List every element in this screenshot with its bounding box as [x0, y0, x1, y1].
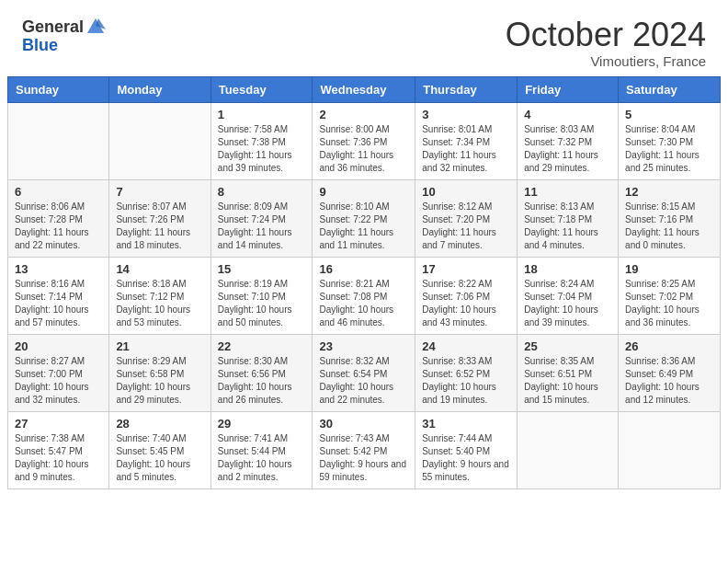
day-info: Sunrise: 8:01 AMSunset: 7:34 PMDaylight:…	[422, 124, 496, 173]
calendar-week-row: 27 Sunrise: 7:38 AMSunset: 5:47 PMDaylig…	[8, 411, 721, 488]
day-number: 28	[116, 417, 203, 431]
calendar-day-cell: 19 Sunrise: 8:25 AMSunset: 7:02 PMDaylig…	[619, 257, 721, 334]
calendar-day-cell	[518, 411, 619, 488]
calendar-week-row: 1 Sunrise: 7:58 AMSunset: 7:38 PMDayligh…	[8, 102, 721, 179]
day-number: 19	[625, 262, 713, 276]
day-info: Sunrise: 8:04 AMSunset: 7:30 PMDaylight:…	[625, 124, 700, 173]
day-number: 20	[15, 339, 102, 353]
day-number: 5	[625, 108, 713, 121]
calendar-day-cell: 22 Sunrise: 8:30 AMSunset: 6:56 PMDaylig…	[210, 334, 313, 411]
day-number: 3	[422, 108, 510, 121]
logo-icon	[85, 17, 106, 37]
day-info: Sunrise: 8:13 AMSunset: 7:18 PMDaylight:…	[524, 201, 598, 250]
day-info: Sunrise: 7:38 AMSunset: 5:47 PMDaylight:…	[15, 433, 89, 482]
day-number: 23	[319, 339, 408, 353]
logo: General Blue	[22, 17, 106, 53]
calendar-day-cell: 31 Sunrise: 7:44 AMSunset: 5:40 PMDaylig…	[415, 411, 518, 488]
day-info: Sunrise: 8:15 AMSunset: 7:16 PMDaylight:…	[625, 201, 700, 250]
day-number: 4	[524, 108, 611, 121]
day-info: Sunrise: 7:41 AMSunset: 5:44 PMDaylight:…	[218, 433, 292, 482]
location-subtitle: Vimoutiers, France	[506, 53, 706, 69]
day-number: 29	[218, 417, 306, 431]
day-info: Sunrise: 8:36 AMSunset: 6:49 PMDaylight:…	[625, 356, 700, 405]
day-number: 26	[625, 339, 713, 353]
calendar-day-cell: 3 Sunrise: 8:01 AMSunset: 7:34 PMDayligh…	[415, 102, 518, 179]
calendar-day-cell: 26 Sunrise: 8:36 AMSunset: 6:49 PMDaylig…	[619, 334, 721, 411]
calendar-day-cell: 10 Sunrise: 8:12 AMSunset: 7:20 PMDaylig…	[415, 179, 518, 257]
calendar-day-cell: 6 Sunrise: 8:06 AMSunset: 7:28 PMDayligh…	[8, 179, 109, 257]
day-info: Sunrise: 8:22 AMSunset: 7:06 PMDaylight:…	[422, 279, 496, 327]
day-number: 14	[116, 262, 203, 276]
day-info: Sunrise: 8:07 AMSunset: 7:26 PMDaylight:…	[116, 201, 190, 250]
day-info: Sunrise: 8:10 AMSunset: 7:22 PMDaylight:…	[319, 201, 393, 250]
day-info: Sunrise: 8:19 AMSunset: 7:10 PMDaylight:…	[218, 279, 292, 327]
calendar-day-cell: 2 Sunrise: 8:00 AMSunset: 7:36 PMDayligh…	[313, 102, 415, 179]
calendar-day-cell: 16 Sunrise: 8:21 AMSunset: 7:08 PMDaylig…	[313, 257, 415, 334]
day-number: 13	[15, 262, 102, 276]
calendar-table: Sunday Monday Tuesday Wednesday Thursday…	[7, 76, 721, 489]
calendar-week-row: 6 Sunrise: 8:06 AMSunset: 7:28 PMDayligh…	[8, 179, 721, 257]
day-number: 1	[218, 108, 306, 121]
col-saturday: Saturday	[619, 76, 721, 102]
col-thursday: Thursday	[415, 76, 518, 102]
day-number: 21	[116, 339, 203, 353]
day-number: 17	[422, 262, 510, 276]
calendar-day-cell	[109, 102, 210, 179]
day-info: Sunrise: 8:18 AMSunset: 7:12 PMDaylight:…	[116, 279, 190, 327]
day-number: 31	[422, 417, 510, 431]
calendar-wrapper: Sunday Monday Tuesday Wednesday Thursday…	[0, 76, 728, 497]
day-number: 27	[15, 417, 102, 431]
calendar-body: 1 Sunrise: 7:58 AMSunset: 7:38 PMDayligh…	[8, 102, 721, 488]
day-number: 2	[319, 108, 408, 121]
day-info: Sunrise: 8:16 AMSunset: 7:14 PMDaylight:…	[15, 279, 89, 327]
col-sunday: Sunday	[8, 76, 109, 102]
day-info: Sunrise: 8:33 AMSunset: 6:52 PMDaylight:…	[422, 356, 496, 405]
calendar-day-cell	[619, 411, 721, 488]
day-info: Sunrise: 8:27 AMSunset: 7:00 PMDaylight:…	[15, 356, 89, 405]
logo-blue-text: Blue	[22, 37, 58, 53]
calendar-day-cell: 1 Sunrise: 7:58 AMSunset: 7:38 PMDayligh…	[210, 102, 313, 179]
day-number: 16	[319, 262, 408, 276]
title-block: October 2024 Vimoutiers, France	[506, 17, 706, 69]
day-number: 6	[15, 185, 102, 199]
calendar-day-cell: 21 Sunrise: 8:29 AMSunset: 6:58 PMDaylig…	[109, 334, 210, 411]
col-friday: Friday	[518, 76, 619, 102]
calendar-day-cell: 8 Sunrise: 8:09 AMSunset: 7:24 PMDayligh…	[210, 179, 313, 257]
day-info: Sunrise: 7:58 AMSunset: 7:38 PMDaylight:…	[218, 124, 292, 173]
calendar-day-cell: 28 Sunrise: 7:40 AMSunset: 5:45 PMDaylig…	[109, 411, 210, 488]
calendar-day-cell: 12 Sunrise: 8:15 AMSunset: 7:16 PMDaylig…	[619, 179, 721, 257]
calendar-day-cell: 23 Sunrise: 8:32 AMSunset: 6:54 PMDaylig…	[313, 334, 415, 411]
calendar-day-cell: 15 Sunrise: 8:19 AMSunset: 7:10 PMDaylig…	[210, 257, 313, 334]
logo-general-text: General	[22, 18, 84, 35]
col-wednesday: Wednesday	[313, 76, 415, 102]
calendar-day-cell: 29 Sunrise: 7:41 AMSunset: 5:44 PMDaylig…	[210, 411, 313, 488]
calendar-day-cell: 7 Sunrise: 8:07 AMSunset: 7:26 PMDayligh…	[109, 179, 210, 257]
day-number: 15	[218, 262, 306, 276]
day-info: Sunrise: 8:35 AMSunset: 6:51 PMDaylight:…	[524, 356, 598, 405]
day-info: Sunrise: 8:30 AMSunset: 6:56 PMDaylight:…	[218, 356, 292, 405]
day-number: 18	[524, 262, 611, 276]
calendar-day-cell	[8, 102, 109, 179]
day-number: 25	[524, 339, 611, 353]
day-info: Sunrise: 7:40 AMSunset: 5:45 PMDaylight:…	[116, 433, 190, 482]
calendar-day-cell: 14 Sunrise: 8:18 AMSunset: 7:12 PMDaylig…	[109, 257, 210, 334]
calendar-day-cell: 17 Sunrise: 8:22 AMSunset: 7:06 PMDaylig…	[415, 257, 518, 334]
calendar-day-cell: 20 Sunrise: 8:27 AMSunset: 7:00 PMDaylig…	[8, 334, 109, 411]
col-tuesday: Tuesday	[210, 76, 313, 102]
day-number: 22	[218, 339, 306, 353]
month-title: October 2024	[506, 17, 706, 53]
day-info: Sunrise: 8:06 AMSunset: 7:28 PMDaylight:…	[15, 201, 89, 250]
calendar-day-cell: 25 Sunrise: 8:35 AMSunset: 6:51 PMDaylig…	[518, 334, 619, 411]
header-row: Sunday Monday Tuesday Wednesday Thursday…	[8, 76, 721, 102]
day-info: Sunrise: 8:25 AMSunset: 7:02 PMDaylight:…	[625, 279, 700, 327]
calendar-day-cell: 11 Sunrise: 8:13 AMSunset: 7:18 PMDaylig…	[518, 179, 619, 257]
day-info: Sunrise: 8:00 AMSunset: 7:36 PMDaylight:…	[319, 124, 393, 173]
day-info: Sunrise: 8:12 AMSunset: 7:20 PMDaylight:…	[422, 201, 496, 250]
day-number: 7	[116, 185, 203, 199]
calendar-day-cell: 24 Sunrise: 8:33 AMSunset: 6:52 PMDaylig…	[415, 334, 518, 411]
day-number: 24	[422, 339, 510, 353]
day-number: 30	[319, 417, 408, 431]
calendar-header: Sunday Monday Tuesday Wednesday Thursday…	[8, 76, 721, 102]
page-header: General Blue October 2024 Vimoutiers, Fr…	[0, 0, 728, 76]
calendar-day-cell: 27 Sunrise: 7:38 AMSunset: 5:47 PMDaylig…	[8, 411, 109, 488]
